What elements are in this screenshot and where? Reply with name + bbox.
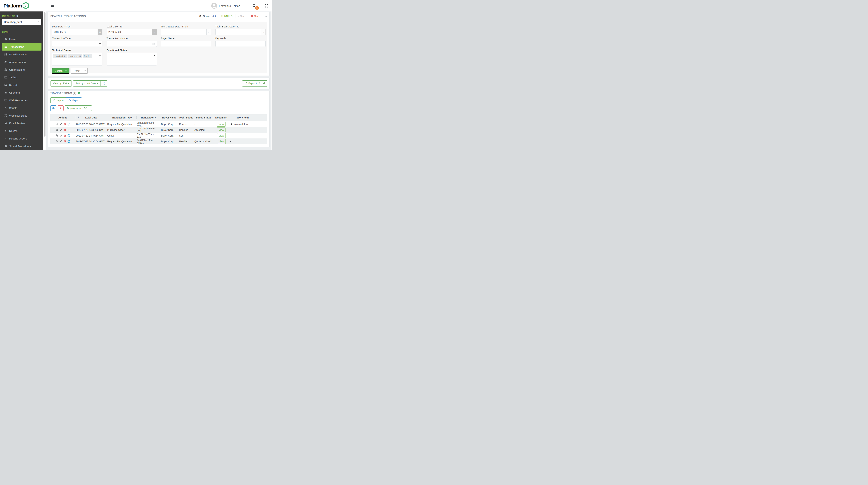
inspect-icon[interactable] (56, 129, 58, 131)
delete-icon[interactable] (64, 140, 66, 143)
view-document-button[interactable]: View (217, 139, 225, 144)
sidebar-scrollbar-thumb[interactable] (44, 12, 45, 137)
delete-icon[interactable] (64, 134, 66, 137)
sidebar-item-routes[interactable]: Routes (0, 127, 43, 135)
column-header-load-date[interactable]: ↓ Load Date (75, 114, 107, 121)
view-by-button[interactable]: View by 200 (51, 80, 72, 86)
reset-caret-button[interactable] (83, 68, 88, 74)
menu-toggle-button[interactable] (51, 4, 54, 7)
sidebar-scrollbar[interactable] (43, 11, 46, 150)
service-status-refresh-icon[interactable]: ⟳ (199, 15, 202, 18)
sidebar-item-scripts[interactable]: Scripts (0, 104, 43, 112)
sidebar-item-tables[interactable]: Tables (0, 74, 43, 81)
export-button[interactable]: Export (66, 97, 82, 103)
search-button[interactable]: Search (52, 68, 69, 74)
edit-icon[interactable] (60, 123, 62, 125)
tech-status-date-to-input[interactable] (215, 29, 261, 35)
cell-load-date: 2019-07-23 10:40:03 GMT (75, 121, 107, 127)
svg-text:Z: Z (104, 84, 104, 85)
load-date-from-input[interactable] (52, 29, 98, 35)
column-header-funct-status[interactable]: Funct. Status (194, 114, 213, 121)
clear-load-date-from-button[interactable]: × (98, 29, 102, 35)
inspect-icon[interactable] (56, 140, 58, 143)
remove-tag-icon[interactable]: × (79, 55, 81, 57)
sidebar-item-workflow-tasks[interactable]: Workflow Tasks (0, 51, 43, 58)
toggle-visibility-button[interactable] (50, 106, 56, 111)
sidebar-item-reports[interactable]: Reports (0, 81, 43, 89)
replay-icon[interactable] (67, 140, 70, 143)
view-document-button[interactable]: View (217, 133, 225, 138)
sidebar-item-administration[interactable]: Administration (0, 58, 43, 66)
import-button[interactable]: Import (50, 97, 66, 103)
edit-icon[interactable] (60, 140, 62, 143)
sidebar-item-views[interactable]: Views (0, 150, 43, 150)
sidebar-item-stored-procedures[interactable]: Stored Procedures (0, 142, 43, 150)
stop-button[interactable]: Stop (249, 14, 261, 19)
sidebar-item-counters[interactable]: Counters (0, 89, 43, 96)
page-scrollbar[interactable] (271, 11, 272, 150)
functional-status-multiselect[interactable] (106, 53, 157, 65)
replay-icon[interactable] (67, 123, 70, 125)
instance-refresh-icon[interactable]: ⟳ (16, 15, 19, 18)
sidebar-item-web-resources[interactable]: Web Resources (0, 96, 43, 104)
user-menu-caret-icon[interactable] (241, 4, 243, 7)
remove-tag-icon[interactable]: × (64, 55, 65, 57)
sidebar-item-email-profiles[interactable]: Email Profiles (0, 119, 43, 127)
column-header-document[interactable]: Document (213, 114, 229, 121)
user-name[interactable]: Emmanuel Thiriez (219, 4, 240, 7)
fullscreen-icon[interactable] (265, 4, 268, 8)
replay-icon[interactable] (67, 129, 70, 131)
buyer-name-input[interactable] (161, 41, 211, 47)
display-mode-button[interactable]: Display mode: (65, 106, 92, 111)
load-date-to-input[interactable] (106, 29, 152, 35)
tech-status-date-from-input[interactable] (161, 29, 207, 35)
column-header-transaction-type[interactable]: Transaction Type (107, 114, 136, 121)
clear-tech-date-from-button[interactable]: × (207, 29, 211, 35)
keywords-input[interactable] (215, 41, 266, 47)
eraser-button[interactable] (58, 106, 64, 111)
transaction-type-select[interactable] (52, 41, 102, 47)
inspect-icon[interactable] (56, 123, 58, 125)
avatar[interactable] (211, 3, 217, 9)
replay-icon[interactable] (67, 134, 70, 137)
menu-section-label: MENU (0, 28, 43, 34)
column-header-work-item[interactable]: Work Item (229, 114, 267, 121)
sidebar-item-routing-orders[interactable]: Routing Orders (0, 135, 43, 142)
pending-tasks-button[interactable]: 5 (252, 3, 257, 8)
bolt-icon (4, 130, 8, 132)
delete-icon[interactable] (64, 129, 66, 131)
column-header-buyer-name[interactable]: Buyer Name (160, 114, 178, 121)
transactions-refresh-icon[interactable]: ⟳ (78, 92, 81, 94)
instance-select[interactable]: DemoApp_Test (2, 19, 41, 25)
remove-tag-icon[interactable]: × (90, 55, 91, 57)
technical-status-multiselect[interactable]: Handled× Received× Sent× (52, 53, 102, 65)
start-button[interactable]: Start (236, 14, 248, 19)
sort-by-button[interactable]: Sort by Load Date (73, 81, 100, 86)
clear-load-date-to-button[interactable]: × (152, 29, 157, 35)
view-document-button[interactable]: View (217, 127, 225, 132)
sidebar-item-organizations[interactable]: Organizations (0, 66, 43, 74)
reset-button[interactable]: Reset (71, 68, 83, 74)
tachometer-icon (4, 91, 8, 94)
transaction-number-input[interactable] (106, 41, 157, 47)
sidebar-item-workflow-steps[interactable]: Workflow Steps (0, 112, 43, 119)
collapse-panel-icon[interactable] (265, 15, 267, 18)
sort-direction-button[interactable]: AZ (100, 81, 107, 86)
clear-tech-date-to-button[interactable]: × (261, 29, 266, 35)
cell-funct-status: - (194, 133, 213, 138)
delete-icon[interactable] (64, 123, 66, 125)
sort-descending-icon[interactable]: ↓ (78, 116, 79, 119)
inspect-icon[interactable] (56, 134, 58, 137)
edit-icon[interactable] (60, 134, 62, 137)
view-document-button[interactable]: View (217, 122, 225, 126)
column-header-transaction-number[interactable]: Transaction # (136, 114, 160, 121)
edit-icon[interactable] (60, 129, 62, 131)
sidebar-item-transactions[interactable]: Transactions (2, 43, 41, 51)
column-header-tech-status[interactable]: Tech. Status (178, 114, 194, 121)
sidebar-item-home[interactable]: Home (0, 35, 43, 43)
platform6-logo[interactable]: Platform (3, 2, 29, 10)
export-to-excel-button[interactable]: x Export to Excel (242, 80, 267, 86)
reset-button-group: Reset (71, 68, 88, 74)
cell-load-date: 2019-07-22 14:37:54 GMT (75, 133, 107, 138)
column-header-actions[interactable]: Actions (50, 114, 75, 121)
